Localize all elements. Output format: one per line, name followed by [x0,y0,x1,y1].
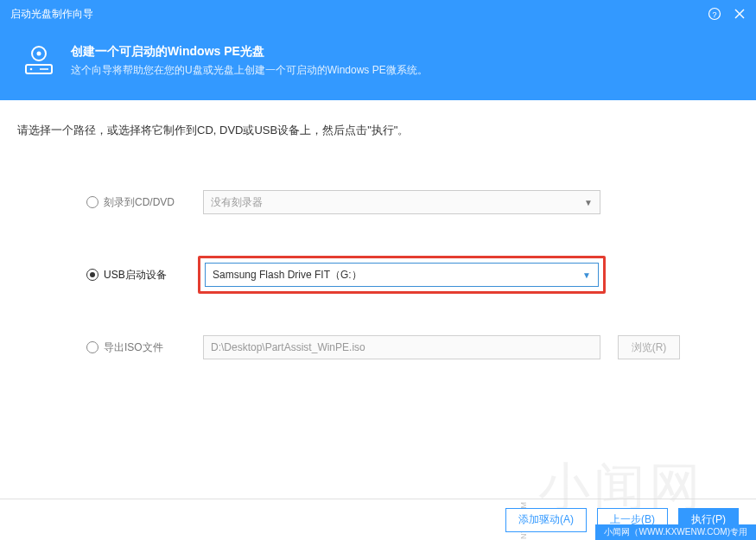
cd-burner-select[interactable]: 没有刻录器 ▼ [203,190,600,214]
window-title: 启动光盘制作向导 [10,7,93,22]
header-banner: 创建一个可启动的Windows PE光盘 这个向导将帮助您在您的U盘或光盘上创建… [0,28,756,100]
header-title: 创建一个可启动的Windows PE光盘 [71,44,428,60]
svg-point-5 [37,52,41,56]
option-cd-dvd: 刻录到CD/DVD 没有刻录器 ▼ [17,190,739,214]
titlebar: 启动光盘制作向导 ? [0,0,756,28]
usb-device-select[interactable]: Samsung Flash Drive FIT（G:） ▼ [205,263,599,287]
radio-usb[interactable]: USB启动设备 [86,268,203,283]
close-icon[interactable] [734,8,746,20]
content-area: 请选择一个路径，或选择将它制作到CD, DVD或USB设备上，然后点击"执行"。… [0,100,756,359]
watermark-bar: 小闻网（WWW.KXWENW.COM)专用 [595,524,756,540]
radio-cd-label: 刻录到CD/DVD [104,195,175,210]
option-iso: 导出ISO文件 D:\Desktop\PartAssist_WinPE.iso … [17,335,739,359]
chevron-down-icon: ▼ [584,198,593,207]
header-subtitle: 这个向导将帮助您在您的U盘或光盘上创建一个可启动的Windows PE微系统。 [71,63,428,78]
option-usb: USB启动设备 Samsung Flash Drive FIT（G:） ▼ [17,256,739,294]
iso-path-input[interactable]: D:\Desktop\PartAssist_WinPE.iso [203,335,600,359]
radio-iso-label: 导出ISO文件 [104,340,163,355]
disc-burner-icon [21,42,57,79]
titlebar-controls: ? [708,7,746,21]
radio-usb-label: USB启动设备 [104,268,167,283]
browse-button: 浏览(R) [618,335,680,359]
help-icon[interactable]: ? [708,7,721,21]
svg-text:?: ? [712,10,716,19]
svg-point-7 [30,68,33,71]
instruction-text: 请选择一个路径，或选择将它制作到CD, DVD或USB设备上，然后点击"执行"。 [17,123,739,138]
add-driver-button[interactable]: 添加驱动(A) [505,508,587,532]
chevron-down-icon: ▼ [582,270,591,280]
radio-cd-dvd[interactable]: 刻录到CD/DVD [86,195,203,210]
radio-iso[interactable]: 导出ISO文件 [86,340,203,355]
usb-highlight: Samsung Flash Drive FIT（G:） ▼ [198,256,606,294]
